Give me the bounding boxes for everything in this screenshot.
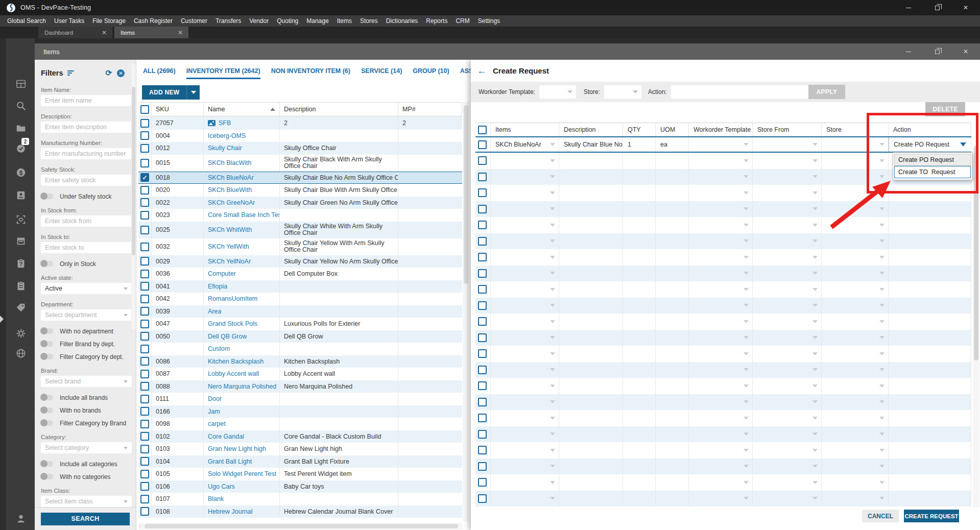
request-cell-uom[interactable] <box>656 281 689 298</box>
item-row-0106[interactable]: 0106Ugo CarsBaby Car toys <box>138 480 462 493</box>
request-cell-qty[interactable] <box>623 266 656 282</box>
item-name-link[interactable]: Nero Marquina Polished <box>208 383 276 390</box>
request-row-empty[interactable] <box>475 201 971 218</box>
request-cell-description[interactable] <box>559 169 623 185</box>
request-cell-workorder-template[interactable] <box>689 426 753 443</box>
row-checkbox-cell[interactable] <box>138 430 152 443</box>
dropdown-option-create-to-request[interactable]: Create TO Request <box>894 166 971 178</box>
search-button[interactable]: SEARCH <box>41 513 130 525</box>
request-cell-action[interactable] <box>889 298 971 314</box>
chevron-down-icon[interactable] <box>812 256 818 259</box>
menu-item-stores[interactable]: Stores <box>356 17 382 25</box>
chevron-down-icon[interactable] <box>812 191 818 195</box>
row-checkbox-cell[interactable] <box>138 209 152 222</box>
chevron-down-icon[interactable] <box>744 432 749 436</box>
request-cell-store[interactable] <box>822 459 889 475</box>
request-cell-workorder-template[interactable] <box>689 362 753 378</box>
request-cell-store-from[interactable] <box>753 137 822 152</box>
item-name-link[interactable]: Door <box>208 395 222 402</box>
item-name-link[interactable]: Iceberg-OMS <box>208 132 246 139</box>
request-cell-workorder-template[interactable] <box>689 137 753 152</box>
child-restore-icon[interactable] <box>923 43 951 60</box>
row-checkbox[interactable] <box>140 198 149 207</box>
item-row-0012[interactable]: 0012Skully ChairSkully Office Chair <box>138 142 462 155</box>
request-cell-items[interactable] <box>491 491 559 507</box>
request-cell-store[interactable] <box>822 410 889 426</box>
chevron-down-icon[interactable] <box>812 400 818 403</box>
chevron-down-icon[interactable] <box>744 465 749 468</box>
item-name-link[interactable]: Skully Chair <box>208 144 242 152</box>
item-name-link[interactable]: SKCh YellNoAr <box>208 258 251 265</box>
sidebar-item-scan-box-icon[interactable] <box>14 213 28 226</box>
request-cell-store-from[interactable] <box>753 281 822 298</box>
request-cell-workorder-template[interactable] <box>689 266 753 282</box>
chevron-down-icon[interactable] <box>744 320 749 323</box>
request-cell-description[interactable] <box>559 249 623 266</box>
request-cell-store-from[interactable] <box>753 330 822 346</box>
item-name-link[interactable]: Solo Widget Perent Test <box>208 470 276 477</box>
request-cell-store[interactable] <box>822 474 889 491</box>
chevron-down-icon[interactable] <box>744 191 749 195</box>
request-cell-store-from[interactable] <box>753 459 822 475</box>
row-checkbox[interactable] <box>140 144 149 153</box>
row-checkbox[interactable]: ✓ <box>140 173 149 182</box>
tab-non-inventory-item-6-[interactable]: NON INVENTORY ITEM (6) <box>271 60 350 79</box>
chevron-down-icon[interactable] <box>550 320 555 323</box>
chevron-down-icon[interactable] <box>879 465 885 468</box>
child-close-icon[interactable]: ✕ <box>951 43 980 60</box>
tab-group-10-[interactable]: GROUP (10) <box>413 60 449 79</box>
menu-item-transfers[interactable]: Transfers <box>211 17 245 25</box>
request-cell-action[interactable] <box>889 185 971 201</box>
chevron-down-icon[interactable] <box>879 497 885 500</box>
request-cell-uom[interactable] <box>656 474 689 491</box>
item-name-link[interactable]: Ugo Cars <box>208 483 235 490</box>
row-checkbox[interactable] <box>140 357 149 366</box>
item-name-link[interactable]: SKCh BlacWith <box>208 159 251 166</box>
request-cell-items[interactable] <box>491 330 559 346</box>
request-cell-store[interactable] <box>822 233 889 250</box>
request-row-empty[interactable] <box>475 185 971 201</box>
toggle-include-all-categories[interactable]: Include all categories <box>41 460 132 468</box>
chevron-down-icon[interactable] <box>879 449 885 452</box>
row-checkbox-cell[interactable] <box>138 493 152 505</box>
request-cell-workorder-template[interactable] <box>689 217 753 233</box>
chevron-down-icon[interactable] <box>550 449 555 452</box>
request-row-checkbox[interactable] <box>478 237 487 246</box>
sidebar-item-search-icon[interactable] <box>14 99 28 112</box>
request-cell-uom[interactable] <box>656 201 689 218</box>
request-cell-uom[interactable] <box>656 410 689 426</box>
request-cell-uom[interactable] <box>656 459 689 475</box>
toggle-with-no-brands[interactable]: With no brands <box>41 406 132 414</box>
item-row-0111[interactable]: 0111Door <box>138 393 462 405</box>
chevron-down-icon[interactable] <box>879 159 885 162</box>
item-row-0108[interactable]: 0108Hebrew JournalHebrew Calendar Journa… <box>138 505 462 518</box>
request-cell-store[interactable] <box>822 362 889 378</box>
request-cell-items[interactable] <box>491 346 559 362</box>
request-cell-action[interactable] <box>889 249 971 266</box>
chevron-down-icon[interactable] <box>879 352 885 355</box>
input-item-name[interactable]: Enter item name <box>41 95 132 106</box>
request-cell-qty[interactable] <box>623 298 656 314</box>
request-cell-store-from[interactable] <box>753 169 822 185</box>
select-item-class[interactable]: Select item class <box>41 496 132 507</box>
menu-item-manage[interactable]: Manage <box>302 17 332 25</box>
row-checkbox[interactable] <box>140 270 149 278</box>
close-icon[interactable]: ✕ <box>951 0 980 15</box>
chevron-down-icon[interactable] <box>879 256 885 259</box>
select-all-checkbox[interactable] <box>140 105 149 114</box>
request-cell-store-from[interactable] <box>753 378 822 394</box>
request-row-empty[interactable] <box>475 346 971 362</box>
request-cell-items[interactable] <box>491 474 559 491</box>
request-cell-uom[interactable] <box>656 346 689 362</box>
tab-all-2696-[interactable]: ALL (2696) <box>143 60 176 79</box>
request-cell-description[interactable] <box>559 442 623 459</box>
input-in-stock-to[interactable]: Enter stock to <box>41 242 132 253</box>
request-cell-uom[interactable] <box>656 217 689 233</box>
chevron-down-icon[interactable] <box>879 368 885 371</box>
request-cell-workorder-template[interactable] <box>689 442 753 459</box>
request-cell-workorder-template[interactable] <box>689 281 753 298</box>
items-horizontal-scrollbar[interactable]: ‹ <box>138 523 462 529</box>
chevron-down-icon[interactable] <box>550 384 555 388</box>
request-cell-action[interactable] <box>889 201 971 218</box>
request-cell-description[interactable] <box>559 153 623 169</box>
